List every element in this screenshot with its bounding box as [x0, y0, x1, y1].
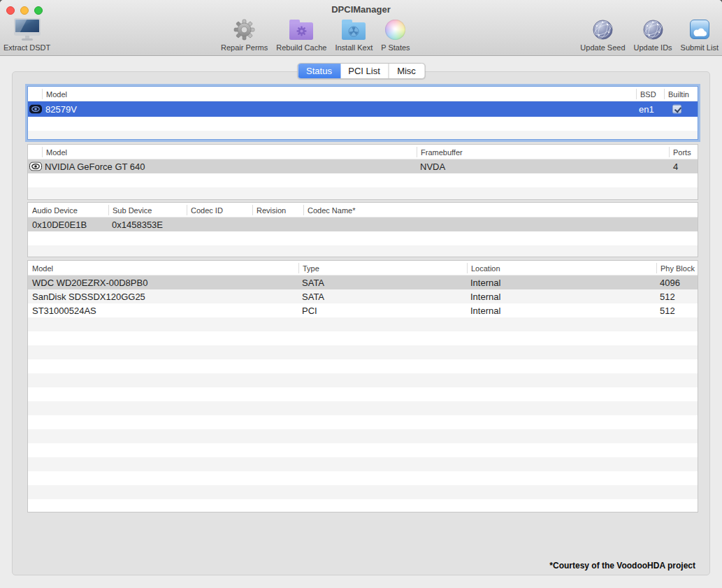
toolbar-update-ids[interactable]: Update IDs — [634, 17, 672, 52]
toolbar-repair-perms[interactable]: Repair Perms — [221, 17, 268, 52]
table-row[interactable]: ST31000524AS PCI Internal 512 — [28, 303, 698, 317]
table-row[interactable]: 0x10DE0E1B 0x1458353E — [28, 217, 698, 231]
column-header-phy-block[interactable]: Phy Block — [656, 263, 695, 273]
cell-phy-block: 512 — [660, 289, 675, 303]
toolbar-label: Extract DSDT — [3, 43, 50, 52]
cell-audio-device: 0x10DE0E1B — [32, 217, 87, 231]
column-header-codec-name[interactable]: Codec Name* — [303, 205, 355, 215]
window-title: DPCIManager — [0, 4, 722, 15]
tab-status[interactable]: Status — [298, 64, 340, 78]
eye-icon[interactable] — [29, 105, 42, 114]
cell-ports: 4 — [673, 159, 678, 173]
cell-type: SATA — [302, 289, 324, 303]
window-chrome: DPCIManager Extract DSDT — [0, 0, 722, 56]
toolbar-update-seed[interactable]: Update Seed — [580, 17, 625, 52]
cell-model: 82579V — [45, 101, 77, 117]
toolbar-label: Update IDs — [634, 43, 672, 52]
network-table-header: Model BSD Builtin — [28, 87, 698, 101]
toolbar-rebuild-cache[interactable]: Rebuild Cache — [276, 17, 326, 52]
builtin-checkbox-checked[interactable] — [672, 105, 681, 114]
gpu-table-header: Model Framebuffer Ports — [28, 145, 698, 159]
cell-type: SATA — [302, 275, 324, 289]
cell-phy-block: 4096 — [660, 275, 680, 289]
column-header-type[interactable]: Type — [298, 263, 319, 273]
cell-location: Internal — [470, 275, 500, 289]
table-row[interactable]: 82579V en1 — [28, 101, 698, 117]
table-row[interactable]: SanDisk SDSSDX120GG25 SATA Internal 512 — [28, 289, 698, 303]
globe-network-icon — [593, 17, 613, 42]
color-wheel-icon — [385, 17, 405, 42]
empty-rows — [28, 231, 698, 257]
tab-pci-list[interactable]: PCI List — [340, 64, 388, 78]
toolbar-p-states[interactable]: P States — [381, 17, 410, 52]
toolbar-submit-list[interactable]: Submit List — [681, 17, 719, 52]
tab-misc[interactable]: Misc — [388, 64, 424, 78]
column-header-ports[interactable]: Ports — [669, 147, 691, 157]
column-header-model[interactable]: Model — [28, 263, 53, 273]
toolbar-label: Install Kext — [335, 43, 373, 52]
zoom-button[interactable] — [34, 6, 43, 15]
cell-location: Internal — [470, 303, 500, 317]
cell-model: ST31000524AS — [32, 303, 96, 317]
cloud-upload-icon — [690, 17, 709, 42]
storage-table-header: Model Type Location Phy Block — [28, 261, 698, 275]
toolbar-label: Rebuild Cache — [276, 43, 326, 52]
globe-network-icon — [643, 17, 663, 42]
toolbar-label: P States — [381, 43, 410, 52]
column-header-framebuffer[interactable]: Framebuffer — [417, 147, 463, 157]
toolbar-install-kext[interactable]: Install Kext — [335, 17, 373, 52]
column-header-codec-id[interactable]: Codec ID — [187, 205, 223, 215]
traffic-lights — [6, 6, 43, 15]
empty-rows — [28, 317, 698, 512]
cell-location: Internal — [470, 289, 500, 303]
network-table: Model BSD Builtin 82579V en1 — [27, 86, 698, 140]
column-header-model[interactable]: Model — [42, 147, 67, 157]
storage-table: Model Type Location Phy Block WDC WD20EZ… — [27, 260, 698, 512]
toolbar-label: Repair Perms — [221, 43, 268, 52]
toolbar-label: Submit List — [681, 43, 719, 52]
tab-bar: Status PCI List Misc — [297, 63, 425, 79]
column-header-audio-device[interactable]: Audio Device — [28, 205, 78, 215]
app-window: DPCIManager Extract DSDT — [0, 0, 722, 588]
toolbar-label: Update Seed — [580, 43, 625, 52]
audio-table-header: Audio Device Sub Device Codec ID Revisio… — [28, 203, 698, 217]
gpu-table: Model Framebuffer Ports NVIDIA GeForce G… — [27, 144, 698, 200]
cell-sub-device: 0x1458353E — [112, 217, 163, 231]
eye-icon[interactable] — [29, 162, 42, 171]
cell-type: PCI — [302, 303, 317, 317]
audio-table: Audio Device Sub Device Codec ID Revisio… — [27, 202, 698, 257]
cell-framebuffer: NVDA — [420, 159, 445, 173]
column-header-sub-device[interactable]: Sub Device — [108, 205, 152, 215]
column-header-revision[interactable]: Revision — [252, 205, 286, 215]
blue-folder-fan-icon — [342, 17, 366, 42]
status-tab-panel: Model BSD Builtin 82579V en1 — [12, 71, 710, 575]
close-button[interactable] — [6, 6, 15, 15]
empty-rows — [28, 173, 698, 199]
column-header-model[interactable]: Model — [42, 89, 67, 99]
toolbar-extract-dsdt[interactable]: Extract DSDT — [3, 17, 50, 52]
cell-model: SanDisk SDSSDX120GG25 — [32, 289, 145, 303]
cell-model: WDC WD20EZRX-00D8PB0 — [32, 275, 147, 289]
imac-display-icon — [14, 17, 41, 42]
column-header-location[interactable]: Location — [467, 263, 500, 273]
table-row[interactable]: WDC WD20EZRX-00D8PB0 SATA Internal 4096 — [28, 275, 698, 289]
purple-folder-gear-icon — [289, 17, 313, 42]
cell-model: NVIDIA GeForce GT 640 — [45, 159, 145, 173]
empty-rows — [28, 117, 698, 139]
minimize-button[interactable] — [20, 6, 29, 15]
cell-bsd: en1 — [639, 101, 654, 117]
cell-phy-block: 512 — [660, 303, 675, 317]
table-row[interactable]: NVIDIA GeForce GT 640 NVDA 4 — [28, 159, 698, 173]
gear-icon — [233, 17, 255, 42]
column-header-bsd[interactable]: BSD — [636, 89, 656, 99]
voodoohda-credit: *Courtesy of the VoodooHDA project — [549, 561, 695, 571]
column-header-builtin[interactable]: Builtin — [664, 89, 689, 99]
